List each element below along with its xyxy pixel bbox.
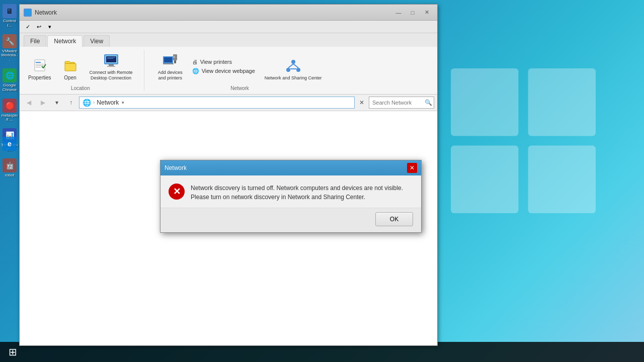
dialog-title-text: Network (165, 164, 187, 171)
dialog-message: Network discovery is turned off. Network… (191, 184, 413, 202)
dialog-close-button[interactable]: ✕ (407, 163, 417, 173)
dialog-title-bar: Network ✕ (160, 160, 421, 175)
dialog-footer: OK (160, 208, 421, 232)
error-icon: ✕ (169, 184, 185, 200)
dialog-body: ✕ Network discovery is turned off. Netwo… (160, 175, 421, 208)
error-icon-container: ✕ (169, 184, 185, 200)
dialog-overlay: Network ✕ ✕ Network discovery is turned … (0, 0, 644, 362)
dialog-ok-button[interactable]: OK (375, 212, 413, 226)
network-dialog: Network ✕ ✕ Network discovery is turned … (160, 160, 422, 233)
